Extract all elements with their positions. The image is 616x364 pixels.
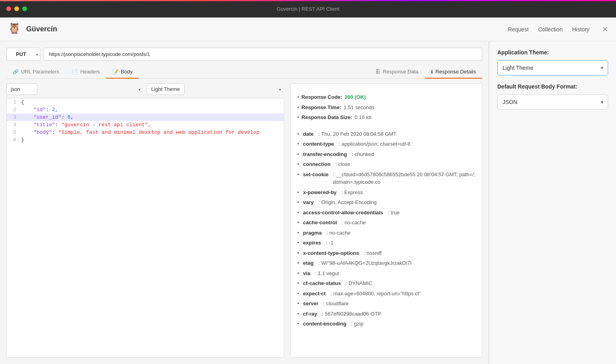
response-header-item: •date: Thu, 20 Feb 2020 08:04:58 GMT [297, 130, 475, 138]
body-icon: 📝 [112, 69, 118, 75]
method-wrapper: PUT GET POST PATCH DELETE ▾ [6, 48, 40, 61]
format-select-wrap: json xml form-data raw ▾ [6, 83, 144, 95]
info-icon: ℹ [431, 69, 433, 75]
response-header-item: •set-cookie: __cfduid=d6d57806c586552bde… [297, 171, 475, 186]
minimize-button[interactable] [14, 6, 19, 11]
response-code-value: 200 (OK) [345, 93, 366, 101]
response-header-item: •x-content-type-options: nosniff [297, 249, 475, 257]
response-summary: • Response Code: 200 (OK) • Response Tim… [297, 89, 475, 130]
url-input[interactable] [44, 48, 482, 61]
nav-request[interactable]: Request [508, 26, 529, 33]
response-header-item: •server: cloudflare [297, 300, 475, 308]
headers-icon: 📄 [72, 69, 78, 75]
header: 🦉 Güvercin Request Collection History ✕ [0, 17, 616, 41]
close-icon[interactable]: ✕ [602, 25, 608, 34]
body-section: json xml form-data raw ▾ Light Theme Dar… [6, 83, 482, 358]
response-size-item: • Response Data Size: 0.16 kb [297, 114, 475, 121]
close-button[interactable] [6, 6, 11, 11]
code-line-3: 3 "user_id": 6, [7, 114, 284, 121]
nav-links: Request Collection History ✕ [508, 25, 608, 34]
tab-url-params[interactable]: 🔗 URL Parameters [6, 65, 65, 79]
editor-theme-select[interactable]: Light Theme Dark Theme Monokai [147, 83, 185, 95]
app-name: Güvercin [26, 25, 57, 33]
body-format-title: Default Request Body Format: [497, 83, 608, 90]
tab-response-data[interactable]: 🗄 Response Data [369, 65, 425, 79]
editor-toolbar: json xml form-data raw ▾ Light Theme Dar… [6, 83, 284, 95]
response-header-item: •vary: Origin, Accept-Encoding [297, 198, 475, 206]
body-format-wrapper: JSON XML Form Data Raw ▾ [497, 94, 608, 110]
response-header-item: •expires: -1 [297, 239, 475, 247]
response-header-item: •connection: close [297, 160, 475, 168]
traffic-lights [6, 6, 27, 11]
theme-section-title: Application Theme: [497, 49, 608, 56]
code-editor[interactable]: 1 { 2 "id": 2, 3 "user_id": 6, [6, 98, 284, 358]
response-header-item: •cache-control: no-cache [297, 219, 475, 227]
response-code-item: • Response Code: 200 (OK) [297, 93, 475, 101]
right-panel: Application Theme: Light Theme Dark Them… [489, 41, 616, 364]
left-panel: PUT GET POST PATCH DELETE ▾ 🔗 URL Parame… [0, 41, 489, 364]
response-header-item: •transfer-encoding: chunked [297, 150, 475, 158]
method-select[interactable]: PUT GET POST PATCH DELETE [6, 48, 40, 61]
response-size-value: 0.16 kb [354, 114, 372, 121]
response-header-item: •content-encoding: gzip [297, 320, 475, 328]
editor-theme-arrow: ▾ [279, 87, 281, 91]
format-select-arrow: ▾ [139, 87, 141, 91]
editor-panel: json xml form-data raw ▾ Light Theme Dar… [6, 83, 284, 358]
response-header-item: •via: 1.1 vegur [297, 270, 475, 277]
app-container: 🦉 Güvercin Request Collection History ✕ … [0, 17, 616, 364]
tab-body[interactable]: 📝 Body [106, 65, 139, 79]
response-headers-list: •date: Thu, 20 Feb 2020 08:04:58 GMT•con… [297, 130, 475, 328]
url-params-icon: 🔗 [13, 69, 19, 75]
logo-area: 🦉 Güvercin [8, 22, 508, 37]
response-header-item: •expect-ct: max-age=604800, report-uri="… [297, 290, 475, 298]
titlebar-title: Guvercin | REST API Client [277, 6, 339, 12]
titlebar: Guvercin | REST API Client [0, 0, 616, 17]
maximize-button[interactable] [22, 6, 27, 11]
code-line-6: 6 } [7, 136, 284, 144]
response-header-item: •pragma: no-cache [297, 229, 475, 237]
response-panel: • Response Code: 200 (OK) • Response Tim… [284, 83, 482, 358]
code-line-2: 2 "id": 2, [7, 106, 284, 114]
db-icon: 🗄 [375, 69, 380, 75]
app-theme-select[interactable]: Light Theme Dark Theme Monokai Dracula [497, 60, 608, 75]
response-header-item: •etag: W/"98-uAfA4KQG+2UzqtavgkJrzakDI7I [297, 259, 475, 267]
nav-collection[interactable]: Collection [538, 26, 562, 33]
tab-response-details[interactable]: ℹ Response Details [425, 65, 482, 79]
format-select[interactable]: json xml form-data raw [6, 83, 37, 95]
response-details-content[interactable]: • Response Code: 200 (OK) • Response Tim… [291, 83, 482, 358]
response-time-value: 1.51 seconds [344, 104, 374, 112]
code-line-4: 4 "title": "guvercin - rest api client", [7, 121, 284, 129]
url-bar: PUT GET POST PATCH DELETE ▾ [6, 48, 482, 61]
response-header-item: •cf-ray: 567ef90298caad06-OTP [297, 310, 475, 318]
code-line-5: 5 "body": "Simple, fast and minimal desk… [7, 129, 284, 136]
body-format-select[interactable]: JSON XML Form Data Raw [497, 94, 608, 110]
code-line-1: 1 { [7, 98, 284, 106]
theme-select-wrap: Light Theme Dark Theme Monokai ▾ [147, 83, 284, 95]
request-tabs: 🔗 URL Parameters 📄 Headers 📝 Body 🗄 Resp… [6, 65, 482, 79]
titlebar-gradient [0, 0, 616, 1]
main-content: PUT GET POST PATCH DELETE ▾ 🔗 URL Parame… [0, 41, 616, 364]
logo-icon: 🦉 [8, 22, 22, 37]
tab-headers[interactable]: 📄 Headers [65, 65, 106, 79]
response-header-item: •access-control-allow-credentials: true [297, 209, 475, 217]
response-time-item: • Response Time: 1.51 seconds [297, 104, 475, 112]
response-header-item: •x-powered-by: Express [297, 189, 475, 196]
theme-select-wrapper: Light Theme Dark Theme Monokai Dracula ▾ [497, 60, 608, 75]
response-header-item: •content-type: application/json; charset… [297, 140, 475, 148]
nav-history[interactable]: History [572, 26, 589, 33]
response-header-item: •cf-cache-status: DYNAMIC [297, 279, 475, 287]
